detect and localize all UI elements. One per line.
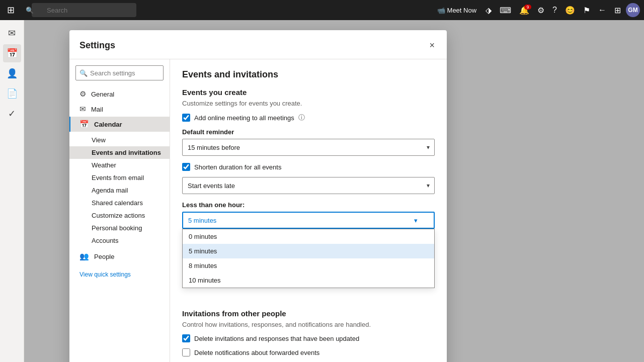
avatar-initials: GM <box>628 7 637 14</box>
duration-selected-text: 5 minutes <box>188 217 216 224</box>
duration-dropdown-open: 5 minutes ▾ 0 minutes 5 minutes 8 minute… <box>182 212 435 229</box>
settings-nav-people-section: 👥 People <box>69 249 170 266</box>
settings-nav-agenda-mail[interactable]: Agenda mail <box>69 184 170 197</box>
help-button[interactable]: ? <box>549 4 560 17</box>
default-reminder-dropdown: 15 minutes before ▾ <box>182 139 435 156</box>
topbar: ⊞ 🔍 📹 Meet Now ⬗ ⌨ 🔔 9 ⚙ ? 😊 ⚑ <box>0 0 644 20</box>
settings-nav-subsection: View Events and invitations Weather Even… <box>69 134 170 249</box>
back-icon: ← <box>598 6 606 14</box>
delete-updated-checkbox[interactable] <box>182 334 190 342</box>
default-reminder-select[interactable]: 15 minutes before <box>182 139 435 156</box>
settings-nav-calendar[interactable]: 📅 Calendar <box>69 117 170 132</box>
settings-close-button[interactable]: × <box>427 38 437 53</box>
settings-header: Settings × <box>69 30 447 59</box>
delete-forwarded-label: Delete notifications about forwarded eve… <box>194 349 319 356</box>
settings-content: Events and invitations Events you create… <box>170 59 447 362</box>
grid-button[interactable]: ⊞ <box>611 4 624 17</box>
delete-updated-row: Delete invitations and responses that ha… <box>182 334 435 342</box>
invitations-title: Invitations from other people <box>182 309 435 318</box>
settings-search-wrap: 🔍 <box>69 65 170 86</box>
duration-option-2[interactable]: 8 minutes <box>183 258 434 273</box>
add-online-meeting-info-icon[interactable]: ⓘ <box>298 113 305 122</box>
duration-dropdown-list: 0 minutes 5 minutes 8 minutes 10 minutes <box>182 229 435 288</box>
duration-selected[interactable]: 5 minutes ▾ <box>182 212 435 229</box>
search-wrap: 🔍 <box>22 3 173 17</box>
invitations-desc: Control how invitations, responses, and … <box>182 321 435 328</box>
invitations-section: Invitations from other people Control ho… <box>182 309 435 356</box>
share-icon: ⬗ <box>486 6 492 15</box>
notification-button[interactable]: 🔔 9 <box>516 4 532 17</box>
settings-nav-accounts[interactable]: Accounts <box>69 234 170 247</box>
flag-icon: ⚑ <box>583 6 590 15</box>
settings-nav-events-from-email[interactable]: Events from email <box>69 171 170 184</box>
calendar-area: Settings × 🔍 ⚙ General <box>24 20 644 362</box>
events-section-title: Events you create <box>182 88 435 97</box>
avatar-button[interactable]: GM <box>626 3 640 17</box>
less-than-label: Less than one hour: <box>182 201 435 209</box>
share-screen-button[interactable]: ⬗ <box>482 4 495 17</box>
keypad-button[interactable]: ⌨ <box>497 4 514 17</box>
settings-nav-people[interactable]: 👥 People <box>69 249 170 264</box>
delete-forwarded-checkbox[interactable] <box>182 348 190 356</box>
settings-nav-customize-actions[interactable]: Customize actions <box>69 209 170 222</box>
settings-nav: 🔍 ⚙ General ✉ Mail <box>69 59 170 362</box>
shorten-duration-checkbox[interactable] <box>182 163 190 171</box>
sidebar-tasks-icon[interactable]: ✓ <box>3 105 21 123</box>
sidebar-calendar-icon[interactable]: 📅 <box>3 44 21 62</box>
apps-icon[interactable]: ⊞ <box>4 3 18 18</box>
view-quick-settings-link[interactable]: View quick settings <box>79 271 131 278</box>
settings-title: Settings <box>79 40 115 51</box>
flag-button[interactable]: ⚑ <box>580 4 593 17</box>
emoji-icon: 😊 <box>565 6 575 15</box>
search-icon: 🔍 <box>26 7 34 14</box>
sidebar-files-icon[interactable]: 📄 <box>3 84 21 103</box>
settings-panel: Settings × 🔍 ⚙ General <box>69 30 447 362</box>
help-icon: ? <box>552 6 557 14</box>
topbar-right: 📹 Meet Now ⬗ ⌨ 🔔 9 ⚙ ? 😊 ⚑ ← ⊞ <box>433 3 640 17</box>
start-events-select[interactable]: Start events late <box>182 177 435 194</box>
shorten-duration-label: Shorten duration for all events <box>194 163 281 171</box>
duration-option-1[interactable]: 5 minutes <box>183 244 434 258</box>
settings-nav-personal-booking[interactable]: Personal booking <box>69 222 170 234</box>
notification-badge: 9 <box>524 5 531 10</box>
delete-updated-label: Delete invitations and responses that ha… <box>194 335 359 342</box>
grid-icon: ⊞ <box>614 6 621 15</box>
gear-icon: ⚙ <box>537 6 544 15</box>
tasks-icon: ✓ <box>8 108 16 119</box>
settings-nav-shared-calendars[interactable]: Shared calendars <box>69 197 170 209</box>
people-icon: 👤 <box>7 68 18 79</box>
events-section-desc: Customize settings for events you create… <box>182 100 435 107</box>
mail-nav-icon: ✉ <box>79 105 86 114</box>
general-nav-icon: ⚙ <box>79 89 86 99</box>
add-online-meeting-label: Add online meeting to all meetings <box>194 114 294 122</box>
sidebar-icons: ✉ 📅 👤 📄 ✓ <box>0 20 24 362</box>
meet-now-button[interactable]: 📹 Meet Now <box>433 5 481 16</box>
add-online-meeting-checkbox[interactable] <box>182 114 190 122</box>
add-online-meeting-row: Add online meeting to all meetings ⓘ <box>182 113 435 122</box>
duration-option-3[interactable]: 10 minutes <box>183 273 434 288</box>
shorten-duration-row: Shorten duration for all events <box>182 163 435 171</box>
settings-button[interactable]: ⚙ <box>534 4 547 17</box>
calendar-nav-icon: 📅 <box>79 120 89 129</box>
default-reminder-label: Default reminder <box>182 128 435 136</box>
back-button[interactable]: ← <box>595 4 609 17</box>
settings-nav-weather[interactable]: Weather <box>69 159 170 171</box>
duration-option-0[interactable]: 0 minutes <box>183 229 434 244</box>
settings-nav-events-invitations[interactable]: Events and invitations <box>69 146 170 159</box>
search-input[interactable] <box>32 3 136 17</box>
settings-nav-view[interactable]: View <box>69 134 170 146</box>
settings-body: 🔍 ⚙ General ✉ Mail <box>69 59 447 362</box>
sidebar-mail-icon[interactable]: ✉ <box>3 24 21 42</box>
calendar-icon: 📅 <box>7 48 18 59</box>
settings-nav-general[interactable]: ⚙ General <box>69 86 170 102</box>
start-events-dropdown: Start events late ▾ <box>182 177 435 194</box>
settings-search-input[interactable] <box>75 65 164 80</box>
settings-nav-section: ⚙ General ✉ Mail 📅 Calendar <box>69 86 170 134</box>
settings-nav-mail[interactable]: ✉ Mail <box>69 102 170 117</box>
emoji-button[interactable]: 😊 <box>562 4 578 17</box>
main-layout: ✉ 📅 👤 📄 ✓ Settings × <box>0 20 644 362</box>
settings-search-inner: 🔍 <box>75 65 164 80</box>
settings-search-icon: 🔍 <box>79 69 88 77</box>
duration-dropdown-arrow: ▾ <box>414 217 418 224</box>
sidebar-people-icon[interactable]: 👤 <box>3 64 21 82</box>
